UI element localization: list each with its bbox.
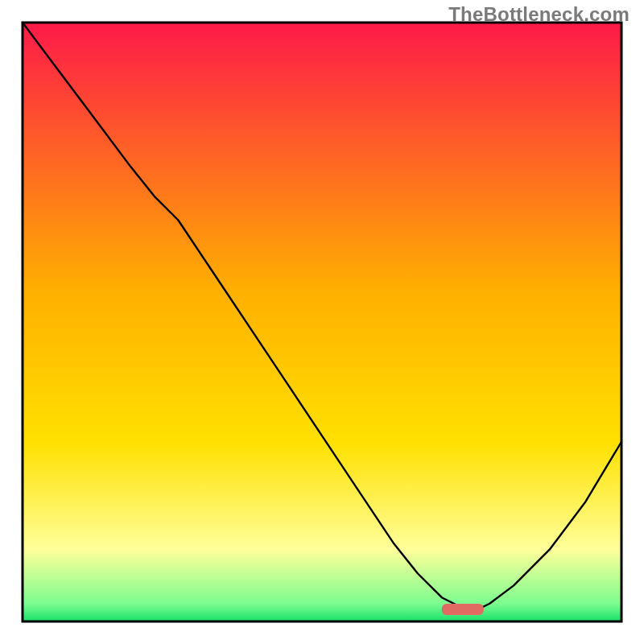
watermark-text: TheBottleneck.com — [448, 3, 630, 26]
plot-background — [23, 23, 621, 621]
bottleneck-chart — [0, 0, 644, 644]
chart-container: TheBottleneck.com — [0, 0, 644, 644]
optimum-marker — [442, 604, 484, 615]
